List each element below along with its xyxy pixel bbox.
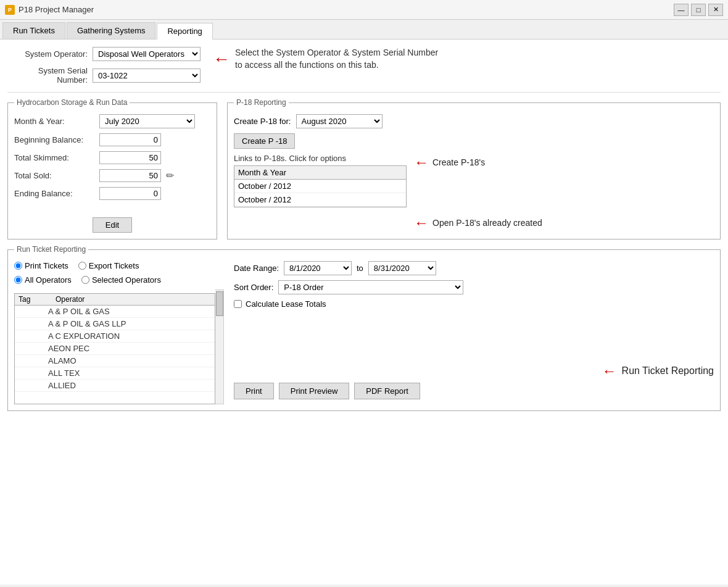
maximize-button[interactable]: □ [691, 4, 706, 16]
total-sold-label: Total Sold: [14, 171, 94, 180]
export-tickets-option[interactable]: Export Tickets [78, 261, 139, 270]
operators-list: Tag Operator A & P OIL & GAS A & P OIL &… [14, 293, 215, 404]
print-tickets-radio[interactable] [14, 262, 22, 270]
print-tickets-option[interactable]: Print Tickets [14, 261, 68, 270]
p18-list-item-1[interactable]: October / 2012 [234, 193, 406, 207]
rt-right: Date Range: 8/1/2020 to 8/31/2020 Sort O… [234, 261, 587, 404]
beginning-balance-label: Beginning Balance: [14, 135, 94, 144]
tag-column-header: Tag [19, 295, 43, 304]
operator-column-header: Operator [56, 295, 85, 304]
total-sold-input[interactable] [99, 169, 161, 182]
tab-reporting[interactable]: Reporting [157, 23, 212, 40]
total-sold-row: Total Sold: ✏ [14, 169, 210, 182]
list-item[interactable]: AEON PEC [15, 343, 215, 355]
scrollbar[interactable] [215, 289, 224, 404]
sort-order-label: Sort Order: [234, 283, 273, 292]
p18-create-section: Create P-18 for: August 2020 Create P -1… [234, 114, 714, 231]
calculate-label: Calculate Lease Totals [246, 299, 326, 309]
list-item[interactable]: A C EXPLORATION [15, 330, 215, 343]
list-item[interactable]: ALLIED [15, 380, 215, 392]
run-ticket-annotation: ← Run Ticket Reporting [602, 362, 714, 380]
date-range-label: Date Range: [234, 264, 279, 273]
sort-order-select[interactable]: P-18 Order [278, 280, 463, 294]
create-for-label: Create P-18 for: [234, 117, 291, 126]
date-range-row: Date Range: 8/1/2020 to 8/31/2020 [234, 261, 587, 275]
operator-fields: System Operator: Disposal Well Operators… [7, 47, 201, 85]
open-arrow-icon: ← [414, 214, 429, 231]
p18-list-item-0[interactable]: October / 2012 [234, 180, 406, 193]
app-title: P18 Project Manager [19, 5, 94, 14]
total-skimmed-input[interactable] [99, 151, 161, 164]
export-tickets-radio[interactable] [78, 262, 86, 270]
system-operator-select[interactable]: Disposal Well Operators [93, 47, 201, 61]
total-skimmed-row: Total Skimmed: [14, 151, 210, 164]
all-operators-label: All Operators [25, 275, 72, 285]
open-p18-annotation: ← Open P-18's already created [414, 214, 542, 231]
edit-button[interactable]: Edit [93, 217, 132, 233]
create-p18-button[interactable]: Create P -18 [234, 133, 295, 149]
rt-arrow-icon: ← [602, 362, 617, 380]
month-year-label: Month & Year: [14, 117, 94, 126]
ending-balance-row: Ending Balance: [14, 187, 210, 200]
list-item[interactable]: ALAMO [15, 355, 215, 367]
p18-panel-title: P-18 Reporting [234, 98, 289, 107]
date-from-select[interactable]: 8/1/2020 [284, 261, 352, 275]
rt-annotation-text: Run Ticket Reporting [622, 365, 714, 377]
month-year-select[interactable]: July 2020 [99, 114, 195, 128]
minimize-button[interactable]: — [674, 4, 689, 16]
all-operators-option[interactable]: All Operators [14, 275, 72, 285]
calculate-checkbox[interactable] [234, 300, 242, 308]
date-to-select[interactable]: 8/31/2020 [368, 261, 436, 275]
app-icon: P [5, 5, 15, 15]
print-buttons: Print Print Preview PDF Report [234, 383, 587, 399]
ending-balance-label: Ending Balance: [14, 189, 94, 198]
all-operators-radio[interactable] [14, 276, 22, 284]
sort-order-row: Sort Order: P-18 Order [234, 280, 587, 294]
to-label: to [357, 264, 363, 273]
beginning-balance-row: Beginning Balance: [14, 133, 210, 146]
system-serial-select[interactable]: 03-1022 [93, 69, 201, 83]
list-item[interactable]: A & P OIL & GAS [15, 306, 215, 318]
ending-balance-input[interactable] [99, 187, 161, 200]
list-item[interactable]: ALL TEX [15, 367, 215, 380]
beginning-balance-input[interactable] [99, 133, 161, 146]
operator-annotation-text: Select the System Operator & System Seri… [235, 47, 445, 71]
total-sold-edit-icon[interactable]: ✏ [166, 170, 174, 181]
rt-left: Print Tickets Export Tickets All Operato… [14, 261, 224, 404]
tab-run-tickets[interactable]: Run Tickets [2, 22, 65, 39]
ops-list-header: Tag Operator [15, 294, 215, 306]
close-button[interactable]: ✕ [708, 4, 723, 16]
create-for-row: Create P-18 for: August 2020 [234, 114, 714, 128]
system-serial-row: System Serial Number: 03-1022 [7, 66, 201, 85]
operator-arrow-icon: ← [213, 51, 230, 68]
create-p18-annotation: ← Create P-18's [414, 154, 542, 171]
operator-annotation: ← Select the System Operator & System Se… [213, 47, 445, 71]
links-text: Links to P-18s. Click for options [234, 154, 407, 163]
create-arrow-icon: ← [414, 154, 429, 171]
print-preview-button[interactable]: Print Preview [279, 383, 350, 399]
selected-operators-radio[interactable] [81, 276, 89, 284]
hydrocarbon-panel: Hydrocarbon Storage & Run Data Month & Y… [7, 102, 217, 239]
pdf-report-button[interactable]: PDF Report [354, 383, 420, 399]
calculate-row: Calculate Lease Totals [234, 299, 587, 309]
total-skimmed-label: Total Skimmed: [14, 153, 94, 162]
print-button[interactable]: Print [234, 383, 274, 399]
hydrocarbon-panel-title: Hydrocarbon Storage & Run Data [14, 98, 130, 107]
tab-bar: Run Tickets Gathering Systems Reporting [0, 20, 728, 40]
list-item[interactable]: A & P OIL & GAS LLP [15, 318, 215, 330]
title-bar: P P18 Project Manager — □ ✕ [0, 0, 728, 20]
main-content: System Operator: Disposal Well Operators… [0, 40, 728, 585]
operator-section: System Operator: Disposal Well Operators… [7, 47, 721, 93]
operators-radio-row: All Operators Selected Operators [14, 275, 224, 285]
create-for-select[interactable]: August 2020 [296, 114, 383, 128]
print-export-row: Print Tickets Export Tickets [14, 261, 224, 270]
selected-operators-option[interactable]: Selected Operators [81, 275, 161, 285]
system-serial-label: System Serial Number: [7, 66, 88, 85]
tab-gathering-systems[interactable]: Gathering Systems [67, 22, 156, 39]
p18-panel: P-18 Reporting Create P-18 for: August 2… [227, 102, 721, 239]
export-tickets-label: Export Tickets [89, 261, 139, 270]
create-annotation-text: Create P-18's [432, 157, 485, 167]
rt-top: Print Tickets Export Tickets All Operato… [14, 261, 714, 404]
title-bar-controls: — □ ✕ [674, 4, 723, 16]
system-operator-label: System Operator: [7, 49, 88, 59]
